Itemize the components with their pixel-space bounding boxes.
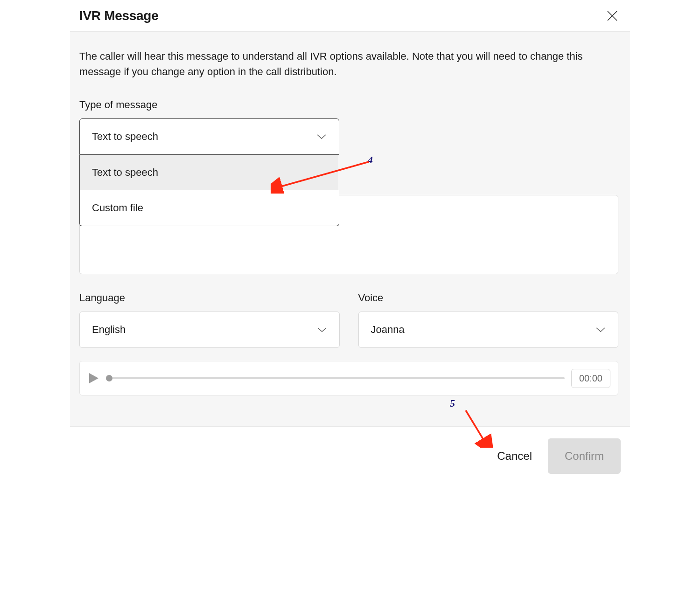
play-button[interactable] bbox=[87, 372, 99, 384]
chevron-down-icon bbox=[316, 133, 327, 140]
language-value: English bbox=[92, 324, 126, 336]
language-select[interactable]: English bbox=[79, 312, 340, 348]
play-icon bbox=[87, 372, 99, 384]
chevron-down-icon bbox=[595, 326, 606, 333]
chevron-down-icon bbox=[317, 326, 327, 333]
close-button[interactable] bbox=[604, 7, 621, 24]
type-of-message-dropdown: Text to speech Custom file bbox=[79, 155, 339, 226]
modal-footer: Cancel Confirm bbox=[70, 426, 630, 485]
type-of-message-select: Text to speech Text to speech Custom fil… bbox=[79, 118, 339, 155]
close-icon bbox=[606, 10, 618, 22]
option-text-to-speech[interactable]: Text to speech bbox=[80, 155, 339, 190]
type-of-message-value: Text to speech bbox=[92, 131, 158, 143]
audio-time: 00:00 bbox=[571, 369, 610, 388]
audio-slider[interactable] bbox=[106, 377, 565, 379]
audio-slider-thumb[interactable] bbox=[106, 375, 112, 381]
modal-body: The caller will hear this message to und… bbox=[70, 32, 630, 426]
type-of-message-trigger[interactable]: Text to speech bbox=[79, 118, 339, 155]
cancel-button[interactable]: Cancel bbox=[492, 441, 537, 471]
option-custom-file[interactable]: Custom file bbox=[80, 190, 339, 226]
ivr-message-modal: IVR Message The caller will hear this me… bbox=[70, 0, 630, 485]
intro-text: The caller will hear this message to und… bbox=[79, 49, 611, 79]
modal-header: IVR Message bbox=[70, 0, 630, 32]
voice-select[interactable]: Joanna bbox=[358, 312, 619, 348]
voice-label: Voice bbox=[358, 292, 619, 304]
voice-value: Joanna bbox=[371, 324, 405, 336]
annotation-label-4: 4 bbox=[368, 154, 373, 166]
language-label: Language bbox=[79, 292, 340, 304]
annotation-label-5: 5 bbox=[450, 397, 455, 409]
modal-title: IVR Message bbox=[79, 8, 158, 23]
audio-preview: 00:00 bbox=[79, 361, 618, 395]
confirm-button[interactable]: Confirm bbox=[548, 438, 621, 474]
svg-marker-2 bbox=[89, 373, 98, 383]
type-of-message-label: Type of message bbox=[79, 99, 621, 111]
